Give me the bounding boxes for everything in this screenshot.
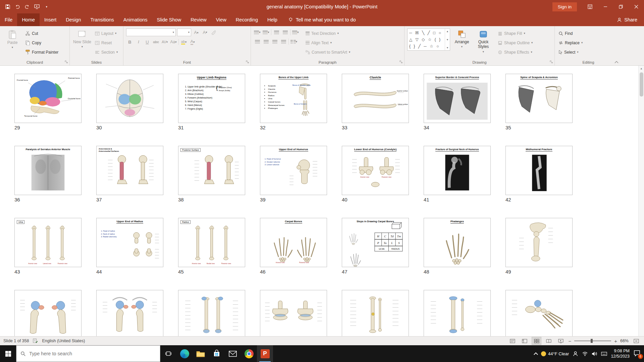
save-icon[interactable] xyxy=(3,2,12,11)
text-direction-button[interactable]: Text Direction▾ xyxy=(305,29,351,37)
start-slideshow-icon[interactable] xyxy=(33,2,41,11)
tab-design[interactable]: Design xyxy=(61,13,86,26)
notes-button[interactable] xyxy=(508,337,517,345)
slide-thumbnail[interactable]: Spine of Scapula & Acromion 35 xyxy=(505,74,573,146)
chrome-button[interactable] xyxy=(241,345,257,362)
collapse-ribbon-icon[interactable] xyxy=(614,60,619,64)
sign-in-button[interactable]: Sign in xyxy=(552,2,577,11)
font-dialog-launcher-icon[interactable] xyxy=(246,60,250,64)
vertical-scrollbar[interactable]: ▲ xyxy=(638,66,644,336)
slide-thumbnail[interactable]: Posterior Surface 38 xyxy=(178,146,245,218)
select-button[interactable]: Select▾ xyxy=(557,48,620,56)
clock[interactable]: 9:08 PM 12/5/2023 xyxy=(611,348,630,359)
arrange-button[interactable]: Arrange▾ xyxy=(452,28,472,59)
shape-row[interactable]: { } ╱ ─ ☆ ○ xyxy=(409,44,443,49)
drawing-dialog-launcher-icon[interactable] xyxy=(550,60,553,64)
scrollbar-thumb[interactable] xyxy=(640,72,643,97)
zoom-level[interactable]: 66% xyxy=(620,339,629,343)
numbering-button[interactable]: ▾ xyxy=(262,28,270,36)
slide-thumbnail[interactable]: Fracture of Surgical Neck of Humerus 41 xyxy=(424,146,491,218)
slide-thumbnail[interactable]: Anterolateral & Anteromedial Surfaces 37 xyxy=(96,146,163,218)
minimize-button[interactable] xyxy=(598,0,613,13)
weather-widget[interactable]: 44°F Clear xyxy=(541,351,569,356)
language-indicator[interactable]: English (United States) xyxy=(42,339,85,343)
tab-view[interactable]: View xyxy=(211,13,231,26)
ribbon-display-options-icon[interactable] xyxy=(582,0,598,13)
slide-thumbnail[interactable] xyxy=(342,290,409,336)
copy-button[interactable]: Copy xyxy=(24,39,59,47)
store-button[interactable] xyxy=(209,345,225,362)
slide-thumbnail[interactable]: 30 xyxy=(96,74,163,146)
decrease-indent-button[interactable] xyxy=(273,28,280,36)
slide-thumbnail[interactable] xyxy=(14,290,82,336)
tab-insert[interactable]: Insert xyxy=(40,13,61,26)
slideshow-view-button[interactable] xyxy=(556,337,565,345)
powerpoint-button[interactable]: P xyxy=(257,345,273,362)
paragraph-dialog-launcher-icon[interactable] xyxy=(399,60,403,64)
new-slide-button[interactable]: New Slide▾ xyxy=(72,28,92,59)
slide-thumbnail[interactable]: RadiusAnterior viewMedial viewPosterior … xyxy=(178,218,245,290)
font-name-combobox[interactable]: ▾ xyxy=(126,28,176,36)
increase-indent-button[interactable] xyxy=(281,28,289,36)
justify-button[interactable] xyxy=(280,38,287,45)
tab-transitions[interactable]: Transitions xyxy=(86,13,118,26)
reading-view-button[interactable] xyxy=(544,337,553,345)
slide-thumbnail[interactable]: Phalanges48 xyxy=(424,218,491,290)
zoom-slider-thumb[interactable] xyxy=(591,339,593,343)
customize-qat-caret-icon[interactable]: ▾ xyxy=(42,2,51,11)
slide-thumbnail[interactable]: Upper End of HumerusHead of humerusGreat… xyxy=(260,146,327,218)
character-spacing-button[interactable]: AV▾ xyxy=(161,38,168,46)
replace-button[interactable]: Replace▾ xyxy=(557,39,620,47)
layout-button[interactable]: Layout▾ xyxy=(94,29,119,37)
volume-icon[interactable] xyxy=(592,351,597,356)
shape-row[interactable]: △ ▽ ◇ ☆ ( ) xyxy=(409,37,443,42)
fit-to-window-button[interactable] xyxy=(632,337,641,345)
tab-help[interactable]: Help xyxy=(263,13,282,26)
tell-me-box[interactable]: Tell me what you want to do xyxy=(288,13,356,26)
tab-recording[interactable]: Recording xyxy=(231,13,263,26)
task-view-button[interactable] xyxy=(160,345,176,362)
action-center-button[interactable]: 6 xyxy=(633,350,641,358)
zoom-out-button[interactable]: − xyxy=(568,338,571,344)
redo-icon[interactable] xyxy=(23,2,32,11)
people-tray-icon[interactable] xyxy=(573,351,578,357)
quick-styles-button[interactable]: Quick Styles▾ xyxy=(474,28,493,59)
file-explorer-button[interactable] xyxy=(193,345,209,362)
slide-thumbnail[interactable]: Lower End of Humerus (Condyle)Anterior v… xyxy=(342,146,409,218)
highlight-color-button[interactable]: ab▾ xyxy=(180,38,187,46)
tab-review[interactable]: Review xyxy=(186,13,211,26)
slide-thumbnail[interactable] xyxy=(424,290,491,336)
line-spacing-button[interactable]: ▾ xyxy=(292,28,299,36)
mail-button[interactable] xyxy=(225,345,241,362)
paste-button[interactable]: Paste▾ xyxy=(3,28,22,59)
shapes-scroll-up-icon[interactable]: ▲ xyxy=(446,30,448,33)
section-button[interactable]: Section▾ xyxy=(94,48,119,56)
italic-button[interactable]: I xyxy=(135,38,142,46)
zoom-in-button[interactable]: + xyxy=(614,338,617,344)
strikethrough-button[interactable]: abc xyxy=(152,38,160,46)
slide-thumbnail[interactable]: UlnaAnterior viewLateral viewPosterior v… xyxy=(14,218,82,290)
slide-thumbnail[interactable]: Clavicle Superior surface Inferior surfa… xyxy=(342,74,409,146)
slide-thumbnail[interactable]: Upper Limb RegionsUpper limb girdle (Sho… xyxy=(178,74,245,146)
slide-thumbnail[interactable] xyxy=(178,290,245,336)
shape-effects-button[interactable]: Shape Effects▾ xyxy=(497,48,534,56)
close-button[interactable] xyxy=(629,0,644,13)
slide-thumbnail[interactable]: Bones of the Upper LimbScapulaClavicleHu… xyxy=(260,74,327,146)
shape-fill-button[interactable]: Shape Fill▾ xyxy=(497,29,534,37)
shapes-gallery[interactable]: ─ 𝌩 ╲ ╱ □ ○ △ ▽ ◇ ☆ ( ) { } ╱ ─ ☆ ○ ▲ ▼ … xyxy=(407,28,450,51)
slide-thumbnail[interactable] xyxy=(505,290,573,336)
reset-button[interactable]: Reset xyxy=(94,39,119,47)
clear-formatting-button[interactable] xyxy=(210,29,217,36)
edge-button[interactable] xyxy=(176,345,193,362)
undo-icon[interactable] xyxy=(13,2,22,11)
slide-thumbnail[interactable]: Midhumeral Fracture 42 xyxy=(505,146,573,218)
tab-home[interactable]: Home xyxy=(17,13,40,26)
shape-outline-button[interactable]: Shape Outline▾ xyxy=(497,39,534,47)
slide-thumbnail[interactable]: Upper End of RadiusHead of radiusNeck of… xyxy=(96,218,163,290)
taskbar-search[interactable] xyxy=(16,345,160,362)
restore-button[interactable] xyxy=(613,0,629,13)
slide-sorter-view-button[interactable] xyxy=(532,337,541,345)
slide-thumbnail[interactable]: Superior Border & Coracoid Process 34 xyxy=(424,74,491,146)
slide-thumbnail[interactable]: Steps in Drawing Carpal Bones HCTdTmPTaL… xyxy=(342,218,409,290)
touch-keyboard-icon[interactable] xyxy=(601,352,607,356)
